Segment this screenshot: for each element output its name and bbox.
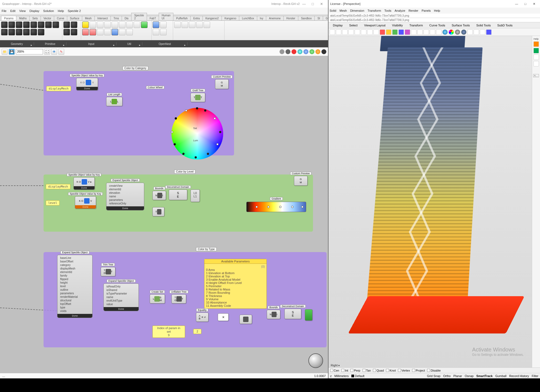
param-2[interactable]: 2 — [193, 329, 201, 334]
tool-icon[interactable] — [367, 29, 373, 35]
tool-icon[interactable] — [449, 29, 454, 35]
rh-tab-curve[interactable]: Curve Tools — [426, 23, 449, 28]
tab-lunchbox[interactable]: LunchBox — [239, 16, 257, 20]
param-index[interactable]: Index of param in set 9 — [152, 326, 185, 338]
colour-wheel[interactable]: Sat Lum — [171, 108, 223, 160]
rh-osnap-bar[interactable]: Cen Int Perp Tan Quad Knot Vertex Projec… — [329, 367, 540, 373]
preview-toggle[interactable]: 👁 — [51, 49, 57, 55]
rh-menu-panels[interactable]: Panels — [422, 9, 431, 12]
component-icon[interactable] — [196, 22, 203, 28]
rh-statusbar[interactable]: z Millimeters Default Grid Snap Ortho Pl… — [329, 373, 540, 378]
rh-tab-transform[interactable]: Transform — [406, 23, 426, 28]
tool-icon[interactable] — [342, 29, 348, 35]
tool-icon[interactable] — [411, 29, 416, 35]
group-color-by-category[interactable]: Color by Category displayMesh Speckle Ob… — [44, 71, 234, 155]
component-icon[interactable] — [126, 22, 133, 28]
component-icon[interactable] — [16, 22, 22, 28]
tool-icon[interactable] — [480, 29, 485, 35]
component-icon[interactable] — [63, 22, 70, 28]
menu-view[interactable]: View — [19, 9, 26, 13]
rh-tab-solid[interactable]: Solid Tools — [473, 23, 494, 28]
node-expand-speckle-object[interactable]: Expand Speckle Object createView element… — [106, 183, 144, 210]
panel-icon[interactable] — [533, 54, 539, 60]
osnap-vertex[interactable]: Vertex — [398, 369, 410, 372]
close-icon[interactable]: ✕ — [317, 2, 326, 6]
rh-titlebar[interactable]: License - [Perspective] — □ ✕ — [329, 0, 540, 8]
tool-icon[interactable] — [373, 29, 379, 35]
display-mode-icon[interactable] — [297, 49, 302, 54]
rh-menu-solid[interactable]: Solid — [330, 9, 336, 12]
close-icon[interactable]: ✕ — [530, 2, 538, 6]
node-speckle-value-by-key-2[interactable]: Speckle Object Value by Key K OV Done — [75, 196, 96, 209]
component-icon[interactable] — [38, 29, 44, 35]
rh-viewport[interactable]: Activate Windows Go to Settings to activ… — [329, 36, 532, 367]
component-icon[interactable] — [38, 22, 44, 28]
open-button[interactable]: 📁 — [2, 49, 8, 55]
component-icon[interactable] — [153, 29, 159, 35]
group-color-by-type[interactable]: Color by Type Expand Speckle Object base… — [44, 252, 327, 347]
node-custom-preview[interactable]: Custom Preview GM — [294, 176, 308, 186]
osnap-perp[interactable]: Perp — [350, 369, 360, 372]
node-speckle-value-by-key[interactable]: Speckle Object Value by Key K OV Done — [76, 78, 98, 90]
component-icon[interactable] — [112, 22, 118, 28]
rh-menu-mesh[interactable]: Mesh — [339, 9, 347, 12]
zoom-input[interactable] — [16, 49, 43, 54]
rh-menu-tools[interactable]: Tools — [384, 9, 391, 12]
component-icon[interactable] — [30, 29, 37, 35]
component-icon[interactable] — [63, 29, 70, 35]
tab-sandbox[interactable]: Sandbox — [298, 16, 315, 20]
tool-icon[interactable] — [398, 29, 404, 35]
menu-speckle[interactable]: Speckle 2 — [68, 9, 81, 13]
tab-intersect[interactable]: Intersect — [94, 16, 111, 20]
tool-icon[interactable] — [380, 29, 385, 35]
tab-params[interactable]: Params — [1, 16, 16, 20]
tool-icon[interactable] — [417, 29, 423, 35]
tool-icon[interactable] — [455, 29, 460, 35]
tool-icon[interactable] — [436, 29, 441, 35]
rh-tab-display[interactable]: Display — [330, 23, 346, 28]
tab-sets[interactable]: Sets — [29, 16, 41, 20]
component-icon[interactable] — [160, 29, 167, 35]
tool-icon[interactable] — [330, 29, 335, 35]
component-icon[interactable] — [134, 22, 140, 28]
rh-tab-select[interactable]: Select — [346, 23, 361, 28]
component-icon[interactable] — [82, 29, 89, 35]
gh-titlebar[interactable]: Grasshopper - Interop - Revit-GH v2* Int… — [0, 0, 328, 8]
rh-menu-analyze[interactable]: Analyze — [395, 9, 405, 12]
component-icon[interactable] — [119, 22, 125, 28]
menu-file[interactable]: File — [2, 9, 7, 13]
tab-si[interactable]: SI — [314, 16, 323, 20]
component-icon[interactable] — [104, 29, 111, 35]
sketch-button[interactable]: ✎ — [58, 49, 64, 55]
menu-help[interactable]: Help — [58, 9, 64, 13]
component-icon[interactable] — [160, 22, 167, 28]
node-remap[interactable]: L0L1 — [191, 189, 200, 202]
aid-filter[interactable]: Filter — [532, 374, 538, 378]
tab-anemone[interactable]: Anemone — [266, 16, 284, 20]
tool-icon[interactable] — [461, 29, 467, 35]
component-icon[interactable] — [182, 22, 188, 28]
node-boolean-true[interactable] — [305, 309, 312, 321]
param-displaymesh[interactable]: displayMesh — [46, 86, 71, 91]
component-icon[interactable] — [90, 22, 96, 28]
rh-toolbar-tabs[interactable]: Display Select Viewport Layout Visibilit… — [329, 22, 540, 28]
component-icon[interactable] — [104, 22, 111, 28]
rh-menubar[interactable]: Solid Mesh Dimension Transform Tools Ana… — [329, 8, 540, 14]
osnap-knot[interactable]: Knot — [386, 369, 396, 372]
component-icon[interactable] — [204, 22, 210, 28]
tab-ivy[interactable]: Ivy — [257, 16, 266, 20]
node-bounds[interactable]: Bounds NI — [152, 191, 166, 200]
panel-available-params[interactable]: Available Parameters {0} 0 Area 1 Elevat… — [204, 259, 267, 309]
tool-icon[interactable] — [467, 29, 473, 35]
rh-menu-help[interactable]: Help — [434, 9, 440, 12]
display-mode-icon[interactable] — [309, 49, 314, 54]
aid-ortho[interactable]: Ortho — [443, 374, 451, 378]
maximize-icon[interactable]: □ — [521, 2, 530, 5]
rh-menu-render[interactable]: Render — [409, 9, 418, 12]
component-icon[interactable] — [8, 29, 15, 35]
node-graft-tree[interactable]: Graft Tree TT — [191, 93, 205, 102]
node-trim-tree[interactable]: Trim Tree TDT — [101, 267, 115, 276]
component-icon[interactable] — [153, 22, 159, 28]
node-list-length[interactable]: List Length LL — [106, 97, 122, 106]
tab-surface[interactable]: Surface — [67, 16, 82, 20]
